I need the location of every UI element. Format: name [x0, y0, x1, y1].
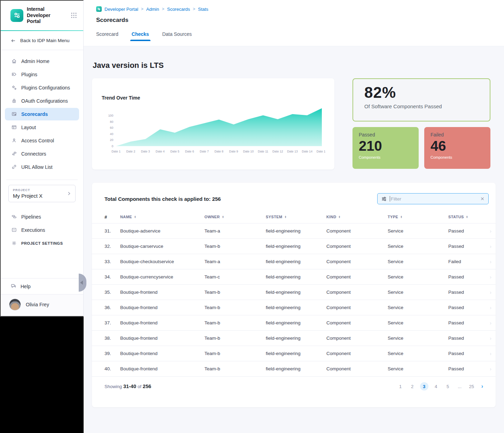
- column-header-owner[interactable]: OWNER ▲▼: [204, 215, 266, 219]
- sort-icon[interactable]: ▲▼: [466, 215, 468, 218]
- filter-field[interactable]: [377, 193, 489, 204]
- table-row[interactable]: 35. Boutique-frontend Team-b field-engin…: [92, 284, 496, 300]
- connector-icon: [11, 151, 17, 157]
- cell-owner: Team-a: [204, 228, 266, 234]
- sidebar-item-oauth-configurations[interactable]: OAuth Configurations: [5, 95, 79, 107]
- cell-kind: Component: [326, 336, 388, 341]
- column-header-system[interactable]: SYSTEM ▲▼: [266, 215, 326, 219]
- page-25-button[interactable]: 25: [467, 382, 476, 391]
- cell-name: Boutique-adservice: [120, 228, 204, 234]
- sidebar-item-scorecards[interactable]: Scorecards: [5, 108, 79, 120]
- cell-type: Service: [388, 351, 448, 356]
- project-selector[interactable]: PROJECT My Project X: [8, 185, 76, 202]
- sidebar-item-layout[interactable]: Layout: [5, 121, 79, 134]
- user-menu[interactable]: Olivia Frey: [1, 294, 83, 316]
- sidebar-item-label: Connectors: [21, 150, 46, 157]
- percent-label: Of Software Components Passed: [364, 103, 479, 109]
- collapse-arrow-icon: [80, 281, 83, 285]
- sidebar-item-label: Plugins: [21, 71, 37, 78]
- column-header-kind[interactable]: KIND ▲▼: [326, 215, 388, 219]
- tab-data-sources[interactable]: Data Sources: [162, 31, 192, 41]
- sidebar-item-url-allow-list[interactable]: URL Allow List: [5, 161, 79, 173]
- column-header-name[interactable]: NAME ▲▼: [120, 215, 204, 219]
- settings-icon: [11, 240, 17, 246]
- table-row[interactable]: 36. Boutique-frontend Team-b field-engin…: [92, 300, 496, 315]
- cell-name: Boutique-frontend: [120, 290, 204, 295]
- admin-menu: Admin Home Plugins Plugins Configuration…: [1, 50, 83, 178]
- svg-text:100: 100: [108, 114, 114, 117]
- help-label: Help: [21, 284, 31, 289]
- sidebar-item-executions[interactable]: Executions: [5, 224, 79, 236]
- failed-unit: Components: [431, 155, 484, 159]
- sidebar-item-project-settings[interactable]: PROJECT SETTINGS: [5, 237, 79, 250]
- sidebar-item-admin-home[interactable]: Admin Home: [5, 55, 79, 68]
- breadcrumb-separator: >: [141, 7, 144, 11]
- sort-icon[interactable]: ▲▼: [285, 215, 287, 218]
- stats-column: 82% Of Software Components Passed Passed…: [352, 78, 490, 170]
- cell-type: Service: [388, 228, 448, 234]
- svg-text:Date 4: Date 4: [156, 150, 165, 153]
- sidebar-item-label: Pipelines: [21, 213, 41, 220]
- check-heading: Java version is LTS: [93, 61, 496, 70]
- sort-icon[interactable]: ▲▼: [134, 215, 136, 218]
- cell-type: Service: [388, 244, 448, 249]
- breadcrumb-link[interactable]: Stats: [198, 7, 208, 12]
- sort-icon[interactable]: ▲▼: [400, 215, 402, 218]
- table-row[interactable]: 38. Boutique-frontend Team-b field-engin…: [92, 330, 496, 346]
- app-grid-icon[interactable]: [71, 12, 77, 18]
- column-header-status[interactable]: STATUS ▲▼: [448, 215, 483, 219]
- table-row[interactable]: 37. Boutique-frontend Team-b field-engin…: [92, 315, 496, 330]
- page-2-button[interactable]: 2: [408, 382, 417, 391]
- cell-kind: Component: [326, 259, 388, 264]
- tab-bar: ScorecardChecksData Sources: [96, 31, 504, 41]
- cell-name: Boutique-checkoutservice: [120, 259, 204, 264]
- scorecard-icon: [11, 111, 17, 117]
- home-icon: [11, 58, 17, 64]
- clear-filter-icon[interactable]: [480, 196, 485, 201]
- cell-num: 32.: [104, 244, 120, 249]
- cell-name: Boutique-frontend: [120, 320, 204, 325]
- breadcrumb-link[interactable]: Admin: [146, 7, 159, 12]
- sort-icon[interactable]: ▲▼: [222, 215, 224, 218]
- back-to-idp-button[interactable]: Back to IDP Main Menu: [1, 31, 83, 50]
- cell-status: Passed: [448, 336, 483, 341]
- page-header: Developer Portal > Admin > Scorecards > …: [84, 0, 504, 46]
- page-5-button[interactable]: 5: [444, 382, 452, 391]
- svg-text:Date 5: Date 5: [170, 150, 179, 153]
- sidebar-item-plugins-configurations[interactable]: Plugins Configurations: [5, 81, 79, 94]
- page-4-button[interactable]: 4: [432, 382, 440, 391]
- next-page-button[interactable]: ›: [481, 383, 483, 389]
- table-row[interactable]: 34. Boutique-currencyservice Team-c fiel…: [92, 269, 496, 284]
- row-chevron-icon: ›: [490, 305, 491, 310]
- breadcrumb-logo-icon: [96, 6, 102, 12]
- cell-system: field-engineering: [266, 336, 326, 341]
- table-row[interactable]: 40. Boutique-frontend Team-b field-engin…: [92, 361, 496, 376]
- sidebar-item-access-control[interactable]: Access Control: [5, 134, 79, 147]
- cell-kind: Component: [326, 320, 388, 325]
- page-1-button[interactable]: 1: [396, 382, 405, 391]
- sidebar-item-plugins[interactable]: Plugins: [5, 68, 79, 81]
- column-header-type[interactable]: TYPE ▲▼: [388, 215, 448, 219]
- passed-value: 210: [359, 138, 412, 154]
- user-name: Olivia Frey: [26, 302, 49, 307]
- svg-text:80: 80: [110, 120, 114, 124]
- tab-scorecard[interactable]: Scorecard: [96, 31, 118, 41]
- cell-kind: Component: [326, 366, 388, 371]
- sort-icon[interactable]: ▲▼: [339, 215, 341, 218]
- project-name: My Project X: [13, 193, 71, 199]
- table-row[interactable]: 32. Boutique-carservuce Team-b field-eng…: [92, 238, 496, 254]
- sidebar-item-pipelines[interactable]: Pipelines: [5, 211, 79, 223]
- help-button[interactable]: Help: [1, 278, 83, 294]
- breadcrumb-link[interactable]: Scorecards: [167, 7, 190, 12]
- cell-num: 40.: [104, 366, 120, 371]
- breadcrumb-link[interactable]: Developer Portal: [104, 7, 138, 12]
- tab-checks[interactable]: Checks: [132, 31, 149, 41]
- table-row[interactable]: 39. Boutique-frontend Team-b field-engin…: [92, 346, 496, 361]
- table-row[interactable]: 33. Boutique-checkoutservice Team-a fiel…: [92, 254, 496, 269]
- execution-icon: [11, 227, 17, 233]
- sidebar-item-connectors[interactable]: Connectors: [5, 148, 79, 160]
- filter-input[interactable]: [390, 196, 480, 202]
- table-row[interactable]: 31. Boutique-adservice Team-a field-engi…: [92, 223, 496, 238]
- cell-system: field-engineering: [266, 305, 326, 310]
- page-3-button[interactable]: 3: [420, 382, 428, 391]
